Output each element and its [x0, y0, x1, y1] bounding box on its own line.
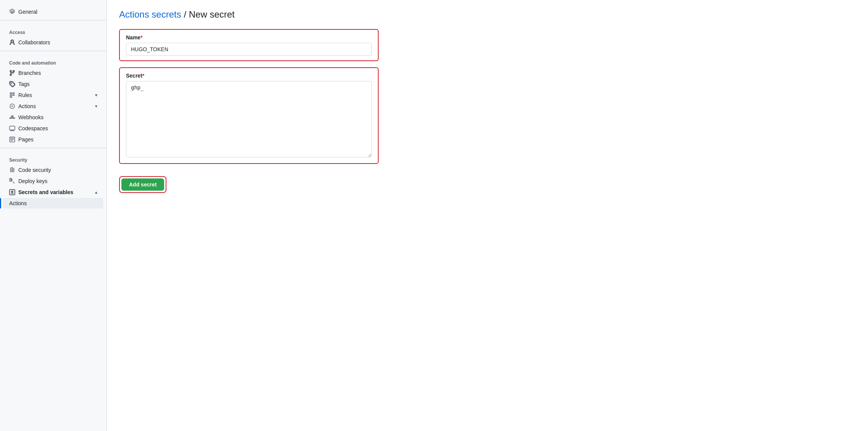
people-icon [9, 39, 15, 45]
secret-label: Secret* [126, 73, 372, 79]
name-input[interactable] [126, 43, 372, 56]
sidebar-item-webhooks[interactable]: Webhooks [3, 112, 103, 123]
sidebar-item-branches-label: Branches [18, 70, 41, 76]
actions-chevron-icon: ▾ [95, 104, 97, 109]
sidebar-item-pages[interactable]: Pages [3, 134, 103, 145]
key-icon [9, 178, 15, 184]
actions-icon [9, 103, 15, 109]
page-title: New secret [189, 9, 235, 19]
rules-chevron-icon: ▾ [95, 92, 97, 98]
svg-rect-1 [10, 126, 15, 130]
gear-icon [9, 9, 15, 15]
active-indicator [0, 198, 1, 209]
add-secret-button-wrap: Add secret [119, 176, 166, 193]
sidebar-item-actions-sub-label: Actions [9, 200, 27, 206]
sidebar-item-code-security[interactable]: Code security [3, 165, 103, 175]
pages-icon [9, 136, 15, 143]
secret-field-section: Secret* ghp_ [119, 67, 461, 164]
sidebar-item-codespaces[interactable]: Codespaces [3, 123, 103, 134]
sidebar-item-collaborators[interactable]: Collaborators [3, 37, 103, 48]
name-required-star: * [140, 34, 142, 41]
name-label: Name* [126, 34, 372, 41]
add-secret-button[interactable]: Add secret [121, 178, 164, 191]
sidebar-item-secrets-label: Secrets and variables [18, 189, 73, 195]
code-security-icon [9, 167, 15, 173]
sidebar-item-general-label: General [18, 9, 37, 15]
sidebar-item-rules-label: Rules [18, 92, 32, 98]
sidebar-item-rules[interactable]: Rules ▾ [3, 90, 103, 100]
sidebar-item-tags[interactable]: Tags [3, 79, 103, 89]
webhook-icon [9, 114, 15, 120]
sidebar-item-branches[interactable]: Branches [3, 68, 103, 78]
sidebar-item-deploy-keys-label: Deploy keys [18, 178, 47, 184]
sidebar: General Access Collaborators Code and au… [0, 0, 107, 431]
sidebar-item-pages-label: Pages [18, 136, 34, 143]
svg-point-3 [11, 169, 13, 171]
breadcrumb-link[interactable]: Actions secrets [119, 9, 181, 19]
sidebar-item-actions-label: Actions [18, 103, 36, 109]
sidebar-item-secrets-variables[interactable]: Secrets and variables ▴ [3, 187, 103, 198]
sidebar-item-codespaces-label: Codespaces [18, 125, 48, 131]
sidebar-item-collaborators-label: Collaborators [18, 39, 50, 45]
tag-icon [9, 81, 15, 87]
asterisk-icon [9, 189, 15, 195]
sidebar-item-actions-sub[interactable]: Actions [3, 198, 103, 209]
name-field-section: Name* [119, 29, 461, 61]
heading-separator: / [184, 9, 189, 19]
sidebar-item-general[interactable]: General [3, 6, 103, 17]
sidebar-item-actions[interactable]: Actions ▾ [3, 101, 103, 112]
sidebar-section-security: Security [0, 151, 106, 164]
sidebar-item-tags-label: Tags [18, 81, 30, 87]
secret-textarea[interactable]: ghp_ [126, 81, 372, 157]
sidebar-item-deploy-keys[interactable]: Deploy keys [3, 176, 103, 186]
page-heading: Actions secrets / New secret [119, 9, 461, 20]
sidebar-item-webhooks-label: Webhooks [18, 114, 44, 120]
branch-icon [9, 70, 15, 76]
main-content: Actions secrets / New secret Name* Secre… [107, 0, 473, 431]
svg-point-4 [10, 179, 12, 181]
secrets-chevron-icon: ▴ [95, 190, 97, 195]
secret-required-star: * [142, 73, 144, 79]
sidebar-item-code-security-label: Code security [18, 167, 51, 173]
sidebar-section-access: Access [0, 24, 106, 37]
codespaces-icon [9, 125, 15, 131]
rules-icon [9, 92, 15, 98]
sidebar-section-code-automation: Code and automation [0, 54, 106, 67]
